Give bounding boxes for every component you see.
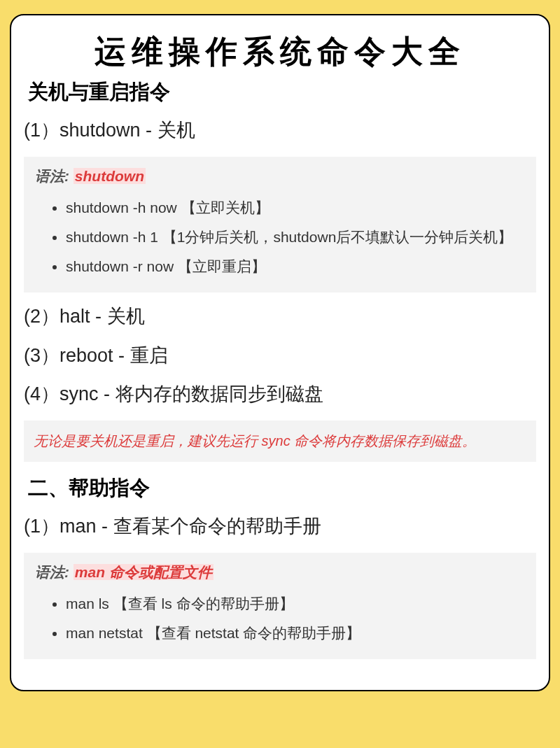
- syntax-line: 语法: shutdown: [35, 167, 525, 186]
- main-title: 运维操作系统命令大全: [24, 31, 536, 73]
- cmd-item-halt: (2）halt - 关机: [24, 304, 536, 330]
- list-item: shutdown -r now 【立即重启】: [66, 252, 525, 281]
- note-box: 无论是要关机还是重启，建议先运行 sync 命令将内存数据保存到磁盘。: [24, 421, 536, 462]
- syntax-command: shutdown: [74, 168, 146, 184]
- note-text: 无论是要关机还是重启，建议先运行 sync 命令将内存数据保存到磁盘。: [34, 432, 526, 451]
- list-item: man netstat 【查看 netstat 命令的帮助手册】: [66, 619, 525, 648]
- cmd-item-shutdown: (1）shutdown - 关机: [24, 118, 536, 144]
- syntax-box-man: 语法: man 命令或配置文件 man ls 【查看 ls 命令的帮助手册】 m…: [24, 553, 536, 659]
- document-card: 运维操作系统命令大全 关机与重启指令 (1）shutdown - 关机 语法: …: [10, 14, 550, 691]
- section-heading-shutdown: 关机与重启指令: [24, 78, 536, 106]
- list-item: shutdown -h now 【立即关机】: [66, 193, 525, 223]
- list-item: man ls 【查看 ls 命令的帮助手册】: [66, 589, 525, 619]
- section-heading-help: 二、帮助指令: [24, 474, 536, 502]
- syntax-box-shutdown: 语法: shutdown shutdown -h now 【立即关机】 shut…: [24, 157, 536, 292]
- cmd-item-reboot: (3）reboot - 重启: [24, 343, 536, 369]
- list-item: shutdown -h 1 【1分钟后关机，shutdown后不填默认一分钟后关…: [66, 223, 525, 252]
- syntax-label: 语法:: [35, 168, 74, 184]
- example-list: man ls 【查看 ls 命令的帮助手册】 man netstat 【查看 n…: [35, 589, 525, 648]
- syntax-line: 语法: man 命令或配置文件: [35, 563, 525, 582]
- cmd-item-man: (1）man - 查看某个命令的帮助手册: [24, 514, 536, 540]
- syntax-command: man 命令或配置文件: [74, 564, 214, 580]
- syntax-label: 语法:: [35, 564, 74, 580]
- example-list: shutdown -h now 【立即关机】 shutdown -h 1 【1分…: [35, 193, 525, 281]
- cmd-item-sync: (4）sync - 将内存的数据同步到磁盘: [24, 381, 536, 408]
